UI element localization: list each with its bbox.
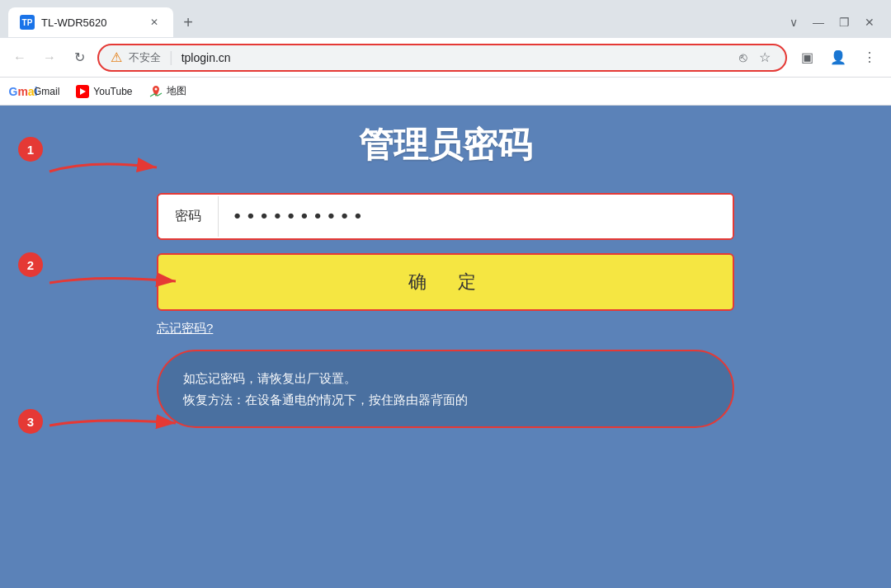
tab-title: TL-WDR5620 <box>41 16 140 29</box>
refresh-button[interactable]: ↻ <box>68 46 91 69</box>
tab-favicon: TP <box>20 15 35 30</box>
page-content: 1 管理员密码 密码 确 定 忘记密码? 如忘记密码，请恢复出厂设置。 恢复方法… <box>0 106 891 588</box>
password-label: 密码 <box>158 196 219 237</box>
form-card: 管理员密码 密码 确 定 忘记密码? 如忘记密码，请恢复出厂设置。 恢复方法：在… <box>157 122 734 428</box>
youtube-icon <box>76 85 89 98</box>
password-field-wrapper: 密码 <box>157 193 734 240</box>
page-heading: 管理员密码 <box>157 122 734 168</box>
security-warning-icon: ⚠ <box>111 49 122 65</box>
split-view-button[interactable]: ▣ <box>794 45 820 71</box>
minimize-button[interactable]: — <box>813 16 824 29</box>
password-input[interactable] <box>219 195 733 238</box>
browser-chrome: TP TL-WDR5620 ✕ + ∨ — ❐ ✕ ← → ↻ ⚠ 不安全 | … <box>0 0 891 106</box>
confirm-button[interactable]: 确 定 <box>158 255 733 309</box>
maps-icon <box>149 85 163 98</box>
active-tab[interactable]: TP TL-WDR5620 ✕ <box>8 7 173 37</box>
window-chevron: ∨ <box>790 16 798 29</box>
menu-button[interactable]: ⋮ <box>856 45 883 71</box>
bookmark-maps[interactable]: 地图 <box>143 81 193 101</box>
info-box: 如忘记密码，请恢复出厂设置。 恢复方法：在设备通电的情况下，按住路由器背面的 <box>157 350 734 428</box>
browser-icons-right: ▣ 👤 ⋮ <box>794 45 883 71</box>
annotation-2: 2 <box>18 252 43 277</box>
annotation-3: 3 <box>18 409 43 434</box>
url-text: tplogin.cn <box>182 51 729 64</box>
bookmark-youtube[interactable]: YouTube <box>69 82 139 101</box>
address-divider: | <box>169 49 173 66</box>
arrow-1 <box>41 147 173 196</box>
forward-button[interactable]: → <box>38 46 61 69</box>
svg-point-0 <box>154 87 157 90</box>
bookmark-youtube-label: YouTube <box>93 86 132 97</box>
bookmark-icon[interactable]: ☆ <box>756 48 774 67</box>
tab-close-button[interactable]: ✕ <box>147 15 162 30</box>
window-controls: ∨ — ❐ ✕ <box>790 16 883 29</box>
address-bar[interactable]: ⚠ 不安全 | tplogin.cn ⎋ ☆ <box>97 44 787 72</box>
share-icon[interactable]: ⎋ <box>736 49 751 67</box>
bookmarks-bar: Gmai Gmail YouTube 地图 <box>0 78 891 106</box>
address-bar-row: ← → ↻ ⚠ 不安全 | tplogin.cn ⎋ ☆ ▣ 👤 ⋮ <box>0 38 891 78</box>
info-line-1: 如忘记密码，请恢复出厂设置。 <box>183 368 708 389</box>
info-line-2: 恢复方法：在设备通电的情况下，按住路由器背面的 <box>183 389 708 411</box>
gmail-icon: Gmai <box>16 85 30 98</box>
bookmark-maps-label: 地图 <box>167 84 186 98</box>
new-tab-button[interactable]: + <box>177 11 200 34</box>
annotation-1: 1 <box>18 137 43 162</box>
back-button[interactable]: ← <box>8 46 31 69</box>
confirm-btn-wrapper: 确 定 <box>157 253 734 311</box>
close-button[interactable]: ✕ <box>865 16 874 29</box>
bookmark-gmail[interactable]: Gmai Gmail <box>10 82 66 101</box>
insecure-label: 不安全 <box>129 50 161 65</box>
maximize-button[interactable]: ❐ <box>839 16 850 29</box>
forgot-password-link[interactable]: 忘记密码? <box>157 321 213 336</box>
tab-bar: TP TL-WDR5620 ✕ + ∨ — ❐ ✕ <box>0 0 891 38</box>
profile-button[interactable]: 👤 <box>825 45 851 71</box>
bookmark-gmail-label: Gmail <box>34 86 59 97</box>
address-actions: ⎋ ☆ <box>736 48 774 67</box>
